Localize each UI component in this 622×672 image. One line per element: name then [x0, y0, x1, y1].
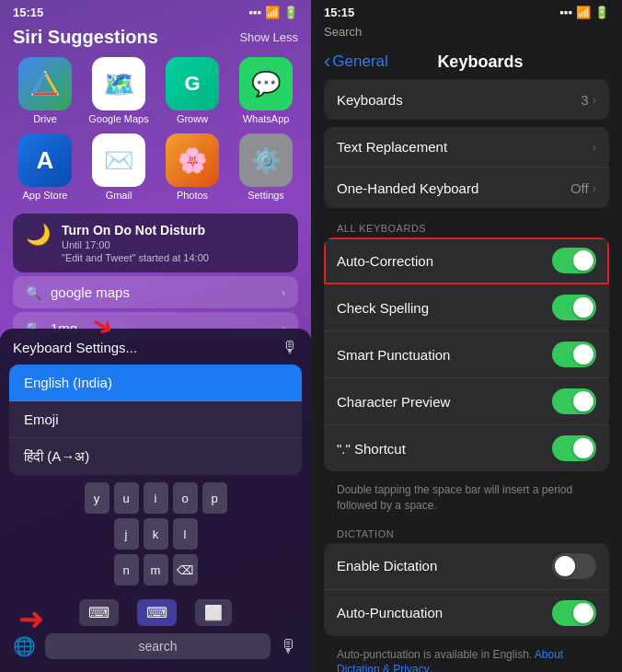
app-store[interactable]: A App Store [13, 133, 77, 201]
keyboards-group: Keyboards 3 › [324, 79, 609, 120]
kb-toolbar: ⌨ ⌨ ⬜ [0, 594, 311, 628]
dictation-note: Auto-punctuation is available in English… [311, 643, 622, 672]
check-spelling-label: Check Spelling [337, 300, 429, 316]
one-handed-value: Off › [570, 180, 596, 196]
check-spelling-toggle[interactable] [552, 295, 596, 320]
app-settings-label: Settings [248, 190, 284, 201]
kb-toolbar-alt-icon[interactable]: ⬜ [195, 599, 232, 626]
search-icon-1: 🔍 [26, 285, 41, 300]
key-l[interactable]: l [173, 518, 198, 550]
auto-correction-row[interactable]: Auto-Correction [324, 238, 609, 284]
auto-correction-knob [573, 250, 593, 271]
right-signal-icon: ▪▪▪ [559, 6, 572, 19]
toggles-group: Auto-Correction Check Spelling Smart Pun… [324, 238, 609, 471]
app-gmail[interactable]: ✉️ Gmail [86, 133, 151, 201]
app-settings[interactable]: ⚙️ Settings [234, 133, 298, 201]
smart-punctuation-knob [573, 344, 593, 365]
app-drive[interactable]: Drive [13, 57, 77, 124]
app-google-maps[interactable]: 🗺️ Google Maps [86, 57, 151, 124]
smart-punctuation-label: Smart Punctuation [337, 347, 450, 363]
shortcut-note: Double tapping the space bar will insert… [311, 479, 622, 521]
key-delete[interactable]: ⌫ [173, 554, 198, 585]
key-y[interactable]: y [85, 482, 109, 514]
keyboard-overlay: ➜ Keyboard Settings... 🎙 English (India)… [0, 329, 311, 672]
shortcut-toggle[interactable] [552, 435, 596, 461]
dnd-banner[interactable]: 🌙 Turn On Do Not Disturb Until 17:00 "Ed… [13, 214, 298, 272]
mic-icon[interactable]: 🎙 [282, 338, 298, 357]
shortcut-row[interactable]: "." Shortcut [324, 425, 609, 471]
key-m[interactable]: m [144, 554, 168, 585]
app-store-label: App Store [23, 190, 68, 201]
shortcut-knob [573, 438, 593, 458]
enable-dictation-toggle[interactable] [552, 553, 596, 579]
dnd-text: Turn On Do Not Disturb Until 17:00 "Edit… [62, 223, 209, 263]
app-whatsapp[interactable]: 💬 WhatsApp [234, 57, 298, 124]
app-whatsapp-label: WhatsApp [243, 113, 290, 124]
app-maps-label: Google Maps [88, 113, 148, 124]
kb-toolbar-keyboard-icon[interactable]: ⌨ [79, 599, 119, 626]
globe-icon[interactable]: 🌐 [13, 635, 36, 657]
dnd-title: Turn On Do Not Disturb [62, 223, 209, 238]
dictation-group: Enable Dictation Auto-Punctuation [324, 543, 609, 636]
key-i[interactable]: i [144, 482, 168, 514]
smart-punctuation-toggle[interactable] [552, 342, 596, 367]
text-replacement-group: Text Replacement › One-Handed Keyboard O… [324, 127, 609, 208]
siri-suggestions-title: Siri Suggestions [13, 27, 158, 48]
auto-punctuation-toggle[interactable] [552, 600, 596, 626]
apps-grid: Drive 🗺️ Google Maps G Groww 💬 WhatsApp [0, 57, 311, 210]
character-preview-toggle[interactable] [552, 388, 596, 414]
keyboard-rows: y u i o p j k l n m ⌫ [0, 477, 311, 594]
show-less-button[interactable]: Show Less [239, 30, 298, 44]
lang-hindi[interactable]: हिंदी (A→अ) [9, 438, 302, 475]
keyboard-language-list: English (India) Emoji हिंदी (A→अ) [9, 365, 302, 475]
app-photos-label: Photos [177, 190, 208, 201]
dictate-icon[interactable]: 🎙 [280, 636, 298, 657]
keyboards-label: Keyboards [337, 92, 403, 108]
lang-emoji[interactable]: Emoji [9, 401, 302, 438]
left-time: 15:15 [13, 6, 43, 19]
key-u[interactable]: u [114, 482, 139, 514]
auto-punctuation-label: Auto-Punctuation [337, 605, 443, 620]
back-general-button[interactable]: General [332, 52, 387, 71]
siri-header: Siri Suggestions Show Less [0, 23, 311, 57]
right-status-icons: ▪▪▪ 📶 🔋 [559, 6, 609, 19]
character-preview-row[interactable]: Character Preview [324, 378, 609, 425]
kb-toolbar-keyboard-active[interactable]: ⌨ [137, 599, 177, 626]
suggestion-text-1: google maps [51, 284, 272, 300]
key-j[interactable]: j [114, 518, 139, 550]
key-n[interactable]: n [114, 554, 139, 585]
keyboards-row[interactable]: Keyboards 3 › [324, 79, 609, 120]
check-spelling-row[interactable]: Check Spelling [324, 284, 609, 331]
keyboard-header: Keyboard Settings... 🎙 [0, 329, 311, 363]
character-preview-label: Character Preview [337, 394, 450, 410]
keyboards-value: 3 › [581, 92, 596, 108]
one-handed-row[interactable]: One-Handed Keyboard Off › [324, 168, 609, 208]
suggestion-google-maps[interactable]: 🔍 google maps › [13, 276, 298, 308]
search-bar[interactable]: search [45, 633, 271, 659]
dictation-header: DICTATION [311, 521, 622, 543]
enable-dictation-row[interactable]: Enable Dictation [324, 543, 609, 590]
enable-dictation-label: Enable Dictation [337, 558, 437, 574]
svg-marker-0 [33, 73, 57, 94]
app-photos[interactable]: 🌸 Photos [160, 133, 225, 201]
keyboard-settings-label[interactable]: Keyboard Settings... [13, 340, 137, 355]
one-handed-chevron: › [593, 181, 596, 195]
signal-icon: ▪▪▪ [248, 6, 261, 19]
svg-line-1 [45, 73, 57, 94]
back-arrow-icon[interactable]: ‹ [324, 50, 330, 74]
text-replacement-value: › [593, 140, 596, 154]
smart-punctuation-row[interactable]: Smart Punctuation [324, 331, 609, 378]
right-nav-search: Search [311, 23, 622, 46]
lang-english-india[interactable]: English (India) [9, 365, 302, 401]
key-o[interactable]: o [173, 482, 198, 514]
auto-punctuation-row[interactable]: Auto-Punctuation [324, 590, 609, 636]
auto-correction-toggle[interactable] [552, 248, 596, 273]
app-groww[interactable]: G Groww [160, 57, 225, 124]
key-p[interactable]: p [202, 482, 227, 514]
one-handed-label: One-Handed Keyboard [337, 180, 478, 196]
key-k[interactable]: k [144, 518, 168, 550]
text-replacement-row[interactable]: Text Replacement › [324, 127, 609, 168]
auto-punctuation-knob [573, 603, 593, 623]
enable-dictation-knob [555, 556, 575, 576]
app-groww-label: Groww [177, 113, 208, 124]
